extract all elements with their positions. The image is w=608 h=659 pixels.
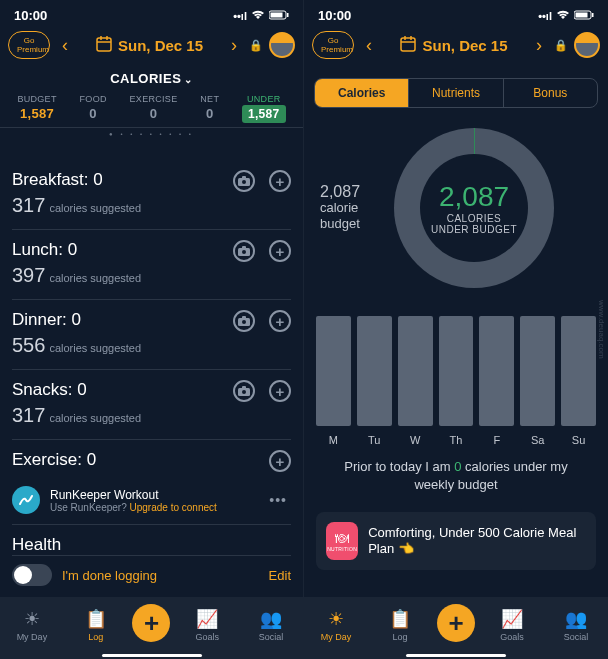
camera-icon[interactable] <box>233 240 255 262</box>
bar-fri <box>479 316 514 426</box>
chart-icon: 📈 <box>485 608 539 630</box>
prev-day-button[interactable]: ‹ <box>360 35 378 56</box>
nav-my-day[interactable]: ☀My Day <box>309 608 363 642</box>
next-day-button[interactable]: › <box>225 35 243 56</box>
add-icon[interactable]: + <box>269 310 291 332</box>
bar-thu <box>439 316 474 426</box>
signal-icon: ••ıl <box>233 10 247 22</box>
profile-avatar[interactable] <box>574 32 600 58</box>
metric-value: 0 <box>130 106 178 121</box>
calories-header[interactable]: CALORIES⌄ <box>0 67 303 88</box>
add-icon[interactable]: + <box>269 240 291 262</box>
tab-row: Calories Nutrients Bonus <box>314 78 598 108</box>
wifi-icon <box>251 10 265 22</box>
calendar-icon <box>96 36 112 55</box>
page-dots[interactable]: ● • • • • • • • • <box>0 128 303 143</box>
budget-value: 2,087 <box>320 184 380 200</box>
tab-calories[interactable]: Calories <box>315 79 409 107</box>
camera-icon[interactable] <box>233 310 255 332</box>
metric-budget: BUDGET 1,587 <box>17 94 56 123</box>
meal-suggested-value: 317 <box>12 404 45 426</box>
metric-label: NET <box>200 94 219 104</box>
edit-button[interactable]: Edit <box>269 568 291 583</box>
date-selector[interactable]: Sun, Dec 15 <box>80 36 219 55</box>
nav-label: Goals <box>196 632 220 642</box>
meal-subtitle: 317calories suggested <box>12 404 291 427</box>
day-label: Th <box>439 434 474 446</box>
calories-header-label: CALORIES <box>110 71 181 86</box>
nav-social[interactable]: 👥Social <box>549 608 603 642</box>
home-indicator[interactable] <box>102 654 202 657</box>
svg-rect-21 <box>592 13 594 17</box>
svg-point-15 <box>242 320 246 324</box>
donut-chart: 2,087 CALORIES UNDER BUDGET <box>394 128 554 288</box>
nav-add-button[interactable]: + <box>132 604 170 642</box>
runkeeper-icon <box>12 486 40 514</box>
add-icon[interactable]: + <box>269 450 291 472</box>
nav-label: Social <box>564 632 589 642</box>
nav-log[interactable]: 📋Log <box>69 608 123 642</box>
day-label: Sa <box>520 434 555 446</box>
nav-log[interactable]: 📋Log <box>373 608 427 642</box>
meal-suggested-label: calories suggested <box>49 202 141 214</box>
tab-nutrients[interactable]: Nutrients <box>409 79 503 107</box>
day-label: W <box>398 434 433 446</box>
meal-suggested-value: 556 <box>12 334 45 356</box>
bottom-nav: ☀My Day 📋Log + 📈Goals 👥Social <box>304 597 608 659</box>
go-premium-button[interactable]: Go Premium <box>8 31 50 59</box>
day-labels: M Tu W Th F Sa Su <box>304 432 608 454</box>
done-toggle[interactable] <box>12 564 52 586</box>
svg-rect-8 <box>242 176 246 179</box>
bar-sat <box>520 316 555 426</box>
status-bar: 10:00 ••ıl <box>0 0 303 27</box>
exercise-row[interactable]: Exercise: 0 + <box>12 439 291 480</box>
prev-day-button[interactable]: ‹ <box>56 35 74 56</box>
svg-rect-3 <box>97 38 111 51</box>
day-label: M <box>316 434 351 446</box>
tab-bonus[interactable]: Bonus <box>504 79 597 107</box>
meal-suggested-label: calories suggested <box>49 272 141 284</box>
nav-my-day[interactable]: ☀My Day <box>5 608 59 642</box>
battery-icon <box>269 10 289 22</box>
nav-add-button[interactable]: + <box>437 604 475 642</box>
camera-icon[interactable] <box>233 380 255 402</box>
go-premium-button[interactable]: Go Premium <box>312 31 354 59</box>
meal-lunch[interactable]: Lunch: 0 397calories suggested + <box>12 229 291 299</box>
weekly-pre: Prior to today I am <box>344 459 454 474</box>
nav-label: Goals <box>500 632 524 642</box>
svg-rect-1 <box>271 12 283 17</box>
nav-goals[interactable]: 📈Goals <box>180 608 234 642</box>
budget-label: 2,087 calorie budget <box>320 184 380 232</box>
metric-label: UNDER <box>242 94 286 104</box>
camera-icon[interactable] <box>233 170 255 192</box>
status-icons: ••ıl <box>538 10 594 22</box>
sun-icon: ☀ <box>5 608 59 630</box>
nav-goals[interactable]: 📈Goals <box>485 608 539 642</box>
chart-icon: 📈 <box>180 608 234 630</box>
meal-dinner[interactable]: Dinner: 0 556calories suggested + <box>12 299 291 369</box>
nav-social[interactable]: 👥Social <box>244 608 298 642</box>
add-icon[interactable]: + <box>269 170 291 192</box>
donut-label-1: CALORIES <box>447 213 502 224</box>
date-selector[interactable]: Sun, Dec 15 <box>384 36 524 55</box>
meal-snacks[interactable]: Snacks: 0 317calories suggested + <box>12 369 291 439</box>
next-day-button[interactable]: › <box>530 35 548 56</box>
metric-value: 1,587 <box>17 106 56 121</box>
meal-suggested-value: 397 <box>12 264 45 286</box>
home-indicator[interactable] <box>406 654 506 657</box>
runkeeper-upgrade-link[interactable]: Upgrade to connect <box>130 502 217 513</box>
status-icons: ••ıl <box>233 10 289 22</box>
profile-avatar[interactable] <box>269 32 295 58</box>
nav-label: Social <box>259 632 284 642</box>
status-time: 10:00 <box>14 8 47 23</box>
nav-row: Go Premium ‹ Sun, Dec 15 › 🔒 <box>0 27 303 67</box>
runkeeper-row[interactable]: RunKeeper Workout Use RunKeeper? Upgrade… <box>12 480 291 524</box>
meal-plan-card[interactable]: 🍽 NUTRITION Comforting, Under 500 Calori… <box>316 512 596 570</box>
meal-breakfast[interactable]: Breakfast: 0 317calories suggested + <box>12 160 291 229</box>
people-icon: 👥 <box>549 608 603 630</box>
bottom-nav: ☀My Day 📋Log + 📈Goals 👥Social <box>0 597 303 659</box>
add-icon[interactable]: + <box>269 380 291 402</box>
metric-net: NET 0 <box>200 94 219 123</box>
svg-rect-11 <box>242 246 246 249</box>
more-icon[interactable]: ••• <box>269 492 287 508</box>
